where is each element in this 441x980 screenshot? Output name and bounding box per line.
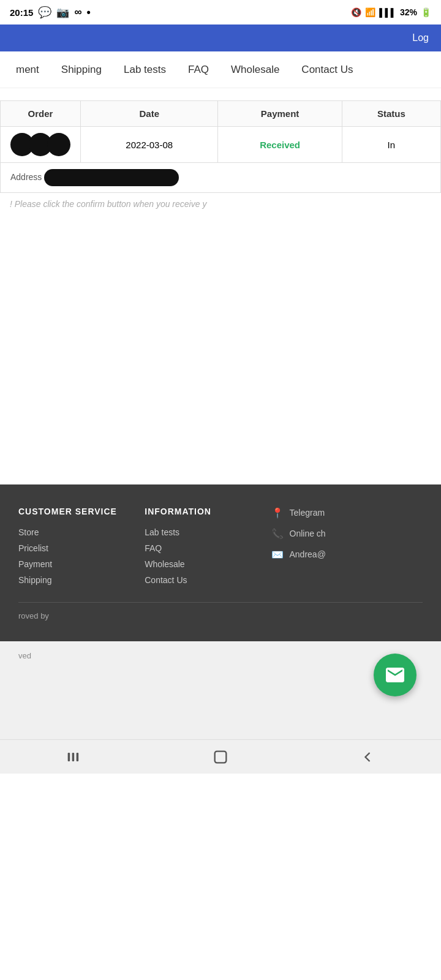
svg-rect-1 [72, 753, 75, 761]
footer-email: ✉️ Andrea@ [271, 548, 423, 560]
address-label: Address [10, 172, 42, 182]
footer-info-faq[interactable]: FAQ [145, 543, 271, 553]
footer-bottom-text: roved by [18, 611, 49, 620]
order-table: Order Date Payment Status 2022-03-0 [0, 100, 441, 193]
nav-item-contactus[interactable]: Contact Us [290, 51, 364, 88]
email-icon: ✉️ [271, 548, 284, 560]
menu-icon [65, 748, 82, 766]
empty-space [0, 227, 441, 484]
status-bar: 20:15 💬 📷 ∞ • 🔇 📶 ▌▌▌ 32% 🔋 [0, 0, 441, 24]
nav-item-labtests[interactable]: Lab tests [113, 51, 177, 88]
svg-rect-2 [77, 753, 79, 761]
nav-bar: ment Shipping Lab tests FAQ Wholesale Co… [0, 51, 441, 88]
nav-item-payment[interactable]: ment [5, 51, 50, 88]
footer-email-text: Andrea@ [290, 549, 326, 559]
android-nav-bar [0, 739, 441, 774]
wifi-icon: 📶 [365, 7, 375, 17]
footer-online-chat: 📞 Online ch [271, 527, 423, 540]
main-content: Order Date Payment Status 2022-03-0 [0, 88, 441, 227]
order-payment: Received [218, 127, 342, 163]
col-payment: Payment [218, 101, 342, 127]
svg-rect-3 [215, 751, 227, 763]
android-nav-back[interactable] [349, 745, 386, 769]
footer-customer-service: CUSTOMER SERVICE Store Pricelist Payment… [18, 507, 145, 591]
footer-bottom: roved by [0, 603, 441, 627]
time: 20:15 [10, 7, 33, 18]
circle-3 [47, 133, 70, 156]
android-nav-home[interactable] [202, 745, 239, 769]
footer: CUSTOMER SERVICE Store Pricelist Payment… [0, 484, 441, 641]
meta-icon: ∞ [74, 6, 81, 18]
payment-status: Received [260, 140, 300, 150]
messenger-icon: 💬 [38, 6, 51, 19]
redacted-address [44, 169, 179, 186]
table-row: 2022-03-08 Received In [1, 127, 441, 163]
signal-icon: ▌▌▌ [379, 8, 396, 17]
footer-inner: CUSTOMER SERVICE Store Pricelist Payment… [0, 507, 441, 591]
footer-bottom-ved: ved [0, 641, 441, 669]
order-circles [10, 133, 70, 156]
footer-info-contactus[interactable]: Contact Us [145, 575, 271, 585]
footer-info-title: INFORMATION [145, 507, 271, 516]
top-bar: Log [0, 24, 441, 51]
instagram-icon: 📷 [56, 6, 69, 19]
footer-info-labtests[interactable]: Lab tests [145, 527, 271, 537]
footer-cs-shipping[interactable]: Shipping [18, 575, 145, 585]
col-status: Status [342, 101, 440, 127]
order-table-container: Order Date Payment Status 2022-03-0 [0, 100, 441, 215]
footer-information: INFORMATION Lab tests FAQ Wholesale Cont… [145, 507, 271, 591]
footer-info-wholesale[interactable]: Wholesale [145, 559, 271, 569]
location-icon: 📍 [271, 507, 284, 519]
back-icon [359, 748, 376, 766]
footer-cs-store[interactable]: Store [18, 527, 145, 537]
dot-icon: • [87, 6, 91, 19]
svg-rect-0 [68, 753, 70, 761]
order-image-cell [1, 127, 81, 163]
order-status: In [342, 127, 440, 163]
footer-online-text: Online ch [290, 529, 326, 538]
battery: 32% [400, 7, 417, 17]
address-cell: Address [1, 163, 441, 193]
battery-icon: 🔋 [421, 7, 431, 17]
status-bar-right: 🔇 📶 ▌▌▌ 32% 🔋 [351, 7, 431, 17]
nav-item-shipping[interactable]: Shipping [50, 51, 113, 88]
status-bar-left: 20:15 💬 📷 ∞ • [10, 6, 91, 19]
log-button[interactable]: Log [412, 32, 429, 43]
footer-telegram: 📍 Telegram [271, 507, 423, 519]
footer-contact: 📍 Telegram 📞 Online ch ✉️ Andrea@ [271, 507, 423, 591]
col-date: Date [81, 101, 218, 127]
footer-cs-payment[interactable]: Payment [18, 559, 145, 569]
footer-ved-text: ved [18, 651, 31, 660]
home-icon [212, 748, 229, 766]
phone-icon: 📞 [271, 527, 284, 540]
mute-icon: 🔇 [351, 7, 361, 17]
col-order: Order [1, 101, 81, 127]
order-date: 2022-03-08 [81, 127, 218, 163]
android-nav-menu[interactable] [55, 745, 92, 769]
footer-cs-title: CUSTOMER SERVICE [18, 507, 145, 516]
fab-email-icon [384, 664, 406, 686]
fab-email-button[interactable] [374, 654, 417, 696]
address-row: Address [1, 163, 441, 193]
confirm-message: ! Please click the confirm button when y… [0, 193, 441, 215]
nav-item-wholesale[interactable]: Wholesale [220, 51, 290, 88]
nav-item-faq[interactable]: FAQ [177, 51, 220, 88]
footer-telegram-text: Telegram [290, 508, 325, 518]
light-gray-area: ved [0, 641, 441, 739]
footer-cs-pricelist[interactable]: Pricelist [18, 543, 145, 553]
